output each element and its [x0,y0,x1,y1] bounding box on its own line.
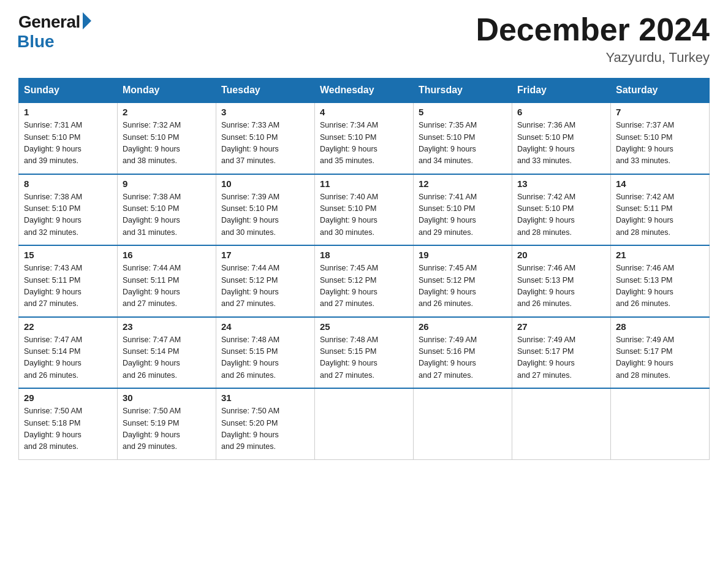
day-info: Sunrise: 7:48 AMSunset: 5:15 PMDaylight:… [221,334,309,382]
day-number: 10 [221,178,309,189]
day-number: 17 [221,250,309,260]
day-info: Sunrise: 7:38 AMSunset: 5:10 PMDaylight:… [123,191,211,239]
day-info: Sunrise: 7:43 AMSunset: 5:11 PMDaylight:… [24,262,112,310]
weekday-header-tuesday: Tuesday [216,79,315,103]
day-number: 19 [419,250,507,260]
weekday-header-thursday: Thursday [414,79,512,103]
calendar-cell: 28Sunrise: 7:49 AMSunset: 5:17 PMDayligh… [611,317,710,389]
day-number: 13 [517,178,605,189]
day-number: 28 [616,321,704,332]
day-info: Sunrise: 7:33 AMSunset: 5:10 PMDaylight:… [221,120,309,167]
day-info: Sunrise: 7:48 AMSunset: 5:15 PMDaylight:… [320,334,408,382]
weekday-header-sunday: Sunday [19,79,118,103]
calendar-cell: 22Sunrise: 7:47 AMSunset: 5:14 PMDayligh… [19,317,118,389]
day-number: 1 [24,107,112,117]
calendar-cell: 24Sunrise: 7:48 AMSunset: 5:15 PMDayligh… [216,317,315,389]
day-number: 12 [419,178,507,189]
day-number: 9 [123,178,211,189]
day-info: Sunrise: 7:49 AMSunset: 5:17 PMDaylight:… [616,334,704,382]
logo-general-text: General [18,12,80,32]
day-number: 6 [517,107,605,117]
day-info: Sunrise: 7:44 AMSunset: 5:11 PMDaylight:… [123,262,211,310]
day-info: Sunrise: 7:37 AMSunset: 5:10 PMDaylight:… [616,120,704,167]
calendar-cell: 10Sunrise: 7:39 AMSunset: 5:10 PMDayligh… [216,174,315,246]
day-info: Sunrise: 7:35 AMSunset: 5:10 PMDaylight:… [419,120,507,167]
day-number: 5 [419,107,507,117]
day-info: Sunrise: 7:40 AMSunset: 5:10 PMDaylight:… [320,191,408,239]
calendar-week-row: 1Sunrise: 7:31 AMSunset: 5:10 PMDaylight… [19,102,710,174]
day-number: 8 [24,178,112,189]
page-header: General Blue December 2024 Yazyurdu, Tur… [18,12,710,66]
day-info: Sunrise: 7:46 AMSunset: 5:13 PMDaylight:… [616,262,704,310]
day-info: Sunrise: 7:41 AMSunset: 5:10 PMDaylight:… [419,191,507,239]
calendar-cell: 13Sunrise: 7:42 AMSunset: 5:10 PMDayligh… [512,174,611,246]
calendar-cell [512,388,611,459]
day-number: 16 [123,250,211,260]
day-info: Sunrise: 7:47 AMSunset: 5:14 PMDaylight:… [123,334,211,382]
calendar-cell: 6Sunrise: 7:36 AMSunset: 5:10 PMDaylight… [512,102,611,174]
calendar-week-row: 8Sunrise: 7:38 AMSunset: 5:10 PMDaylight… [19,174,710,246]
calendar-cell: 30Sunrise: 7:50 AMSunset: 5:19 PMDayligh… [118,388,216,459]
day-info: Sunrise: 7:34 AMSunset: 5:10 PMDaylight:… [320,120,408,167]
day-info: Sunrise: 7:42 AMSunset: 5:10 PMDaylight:… [517,191,605,239]
calendar-cell: 5Sunrise: 7:35 AMSunset: 5:10 PMDaylight… [414,102,512,174]
logo-triangle-icon [83,12,91,29]
weekday-header-wednesday: Wednesday [315,79,414,103]
month-title: December 2024 [476,12,710,47]
day-number: 15 [24,250,112,260]
calendar-table: SundayMondayTuesdayWednesdayThursdayFrid… [18,78,710,460]
day-number: 25 [320,321,408,332]
calendar-week-row: 22Sunrise: 7:47 AMSunset: 5:14 PMDayligh… [19,317,710,389]
day-number: 23 [123,321,211,332]
calendar-cell: 26Sunrise: 7:49 AMSunset: 5:16 PMDayligh… [414,317,512,389]
day-info: Sunrise: 7:49 AMSunset: 5:16 PMDaylight:… [419,334,507,382]
calendar-cell: 19Sunrise: 7:45 AMSunset: 5:12 PMDayligh… [414,245,512,317]
calendar-week-row: 29Sunrise: 7:50 AMSunset: 5:18 PMDayligh… [19,388,710,459]
calendar-cell: 25Sunrise: 7:48 AMSunset: 5:15 PMDayligh… [315,317,414,389]
day-number: 20 [517,250,605,260]
day-info: Sunrise: 7:50 AMSunset: 5:18 PMDaylight:… [24,405,112,453]
day-info: Sunrise: 7:50 AMSunset: 5:19 PMDaylight:… [123,405,211,453]
calendar-cell: 20Sunrise: 7:46 AMSunset: 5:13 PMDayligh… [512,245,611,317]
day-number: 14 [616,178,704,189]
calendar-cell: 3Sunrise: 7:33 AMSunset: 5:10 PMDaylight… [216,102,315,174]
day-info: Sunrise: 7:50 AMSunset: 5:20 PMDaylight:… [221,405,309,453]
calendar-cell: 12Sunrise: 7:41 AMSunset: 5:10 PMDayligh… [414,174,512,246]
weekday-header-saturday: Saturday [611,79,710,103]
calendar-cell: 18Sunrise: 7:45 AMSunset: 5:12 PMDayligh… [315,245,414,317]
day-number: 31 [221,393,309,403]
day-info: Sunrise: 7:46 AMSunset: 5:13 PMDaylight:… [517,262,605,310]
day-number: 4 [320,107,408,117]
calendar-cell: 27Sunrise: 7:49 AMSunset: 5:17 PMDayligh… [512,317,611,389]
calendar-cell: 23Sunrise: 7:47 AMSunset: 5:14 PMDayligh… [118,317,216,389]
day-number: 11 [320,178,408,189]
calendar-cell: 14Sunrise: 7:42 AMSunset: 5:11 PMDayligh… [611,174,710,246]
day-info: Sunrise: 7:49 AMSunset: 5:17 PMDaylight:… [517,334,605,382]
calendar-cell: 7Sunrise: 7:37 AMSunset: 5:10 PMDaylight… [611,102,710,174]
day-number: 21 [616,250,704,260]
day-number: 7 [616,107,704,117]
calendar-cell: 21Sunrise: 7:46 AMSunset: 5:13 PMDayligh… [611,245,710,317]
calendar-week-row: 15Sunrise: 7:43 AMSunset: 5:11 PMDayligh… [19,245,710,317]
day-info: Sunrise: 7:31 AMSunset: 5:10 PMDaylight:… [24,120,112,167]
day-info: Sunrise: 7:42 AMSunset: 5:11 PMDaylight:… [616,191,704,239]
day-info: Sunrise: 7:36 AMSunset: 5:10 PMDaylight:… [517,120,605,167]
calendar-header-row: SundayMondayTuesdayWednesdayThursdayFrid… [19,79,710,103]
calendar-cell: 8Sunrise: 7:38 AMSunset: 5:10 PMDaylight… [19,174,118,246]
day-info: Sunrise: 7:45 AMSunset: 5:12 PMDaylight:… [320,262,408,310]
calendar-cell: 29Sunrise: 7:50 AMSunset: 5:18 PMDayligh… [19,388,118,459]
day-number: 27 [517,321,605,332]
weekday-header-friday: Friday [512,79,611,103]
calendar-cell: 4Sunrise: 7:34 AMSunset: 5:10 PMDaylight… [315,102,414,174]
title-area: December 2024 Yazyurdu, Turkey [476,12,710,66]
day-number: 22 [24,321,112,332]
day-number: 2 [123,107,211,117]
calendar-cell [315,388,414,459]
location-subtitle: Yazyurdu, Turkey [476,50,710,66]
weekday-header-monday: Monday [118,79,216,103]
day-number: 29 [24,393,112,403]
logo: General Blue [18,12,91,52]
day-info: Sunrise: 7:47 AMSunset: 5:14 PMDaylight:… [24,334,112,382]
day-number: 18 [320,250,408,260]
calendar-cell: 2Sunrise: 7:32 AMSunset: 5:10 PMDaylight… [118,102,216,174]
